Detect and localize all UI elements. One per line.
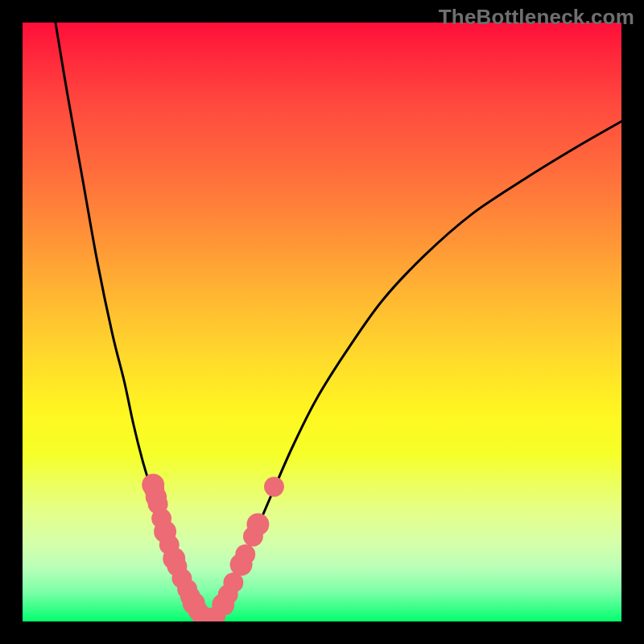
bottleneck-curve-svg: [23, 23, 621, 621]
data-dots-group: [142, 473, 284, 621]
chart-frame: TheBottleneck.com: [0, 0, 644, 644]
curve-right-branch: [216, 122, 621, 619]
watermark-text: TheBottleneck.com: [439, 5, 634, 30]
data-dot: [246, 514, 269, 536]
data-dot: [235, 544, 255, 564]
data-dot: [264, 477, 284, 497]
plot-area: [23, 23, 621, 621]
curve-left-branch: [56, 23, 204, 618]
